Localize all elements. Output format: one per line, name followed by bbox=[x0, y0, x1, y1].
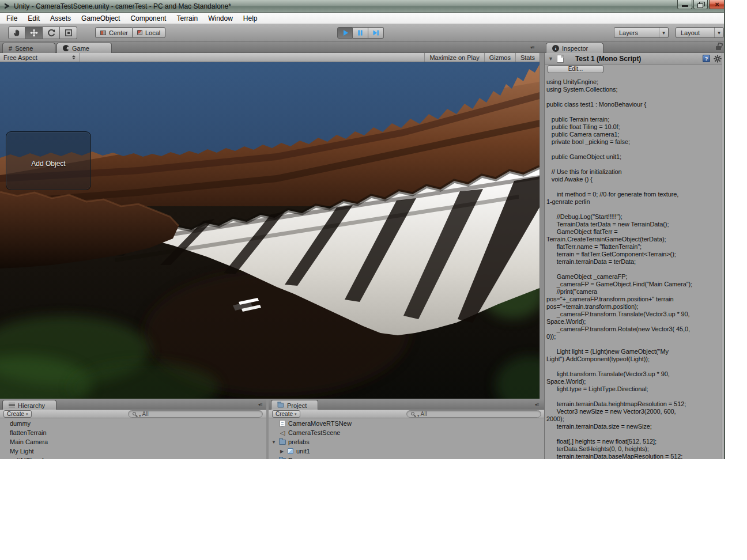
project-row[interactable]: CameraMoveRTSNew bbox=[269, 419, 544, 428]
add-object-button[interactable]: Add Object bbox=[6, 131, 91, 190]
lock-icon[interactable] bbox=[716, 46, 721, 50]
search-filter-arrow-icon bbox=[139, 409, 141, 419]
edit-script-button[interactable]: Edit... bbox=[548, 65, 603, 73]
game-viewport[interactable]: Add Object bbox=[0, 62, 540, 399]
hierarchy-row[interactable]: Main Camera bbox=[0, 437, 266, 447]
terrain-render bbox=[0, 62, 540, 399]
close-button[interactable] bbox=[709, 0, 725, 9]
unity-window: Unity - CameraTestScene.unity - camerTes… bbox=[0, 0, 725, 459]
menu-item[interactable]: Edit bbox=[22, 13, 45, 24]
code-line: Space.World); bbox=[546, 378, 724, 385]
cube-icon bbox=[288, 448, 293, 454]
tab-scene[interactable]: Scene bbox=[2, 43, 55, 53]
expand-arrow-icon[interactable]: ▼ bbox=[271, 440, 277, 445]
unity-icon bbox=[280, 429, 285, 436]
project-row[interactable]: ▼ Resources bbox=[269, 456, 544, 459]
chevron-down-icon bbox=[659, 28, 668, 37]
help-book-icon[interactable] bbox=[703, 55, 710, 62]
project-row[interactable]: CameraTestScene bbox=[269, 428, 544, 437]
folder-icon bbox=[279, 458, 286, 460]
code-line: Space.World); bbox=[546, 318, 724, 326]
vertical-divider[interactable] bbox=[540, 53, 544, 399]
restore-button[interactable] bbox=[693, 0, 708, 9]
hierarchy-row[interactable]: flattenTerrain bbox=[0, 428, 266, 437]
code-line: terrain.terrainData = terData; bbox=[546, 258, 724, 266]
scale-tool-button[interactable] bbox=[60, 27, 77, 39]
project-create-button[interactable]: Create bbox=[272, 410, 300, 418]
hierarchy-row[interactable]: My Light bbox=[0, 447, 266, 456]
project-search-input[interactable]: All bbox=[406, 410, 541, 418]
play-icon bbox=[341, 28, 350, 37]
chevron-down-icon bbox=[714, 28, 723, 37]
pivot-center-button[interactable]: Center bbox=[95, 27, 133, 38]
menu-item[interactable]: Terrain bbox=[171, 13, 203, 24]
panel-menu-icon[interactable] bbox=[530, 45, 534, 50]
hand-icon bbox=[12, 28, 21, 37]
code-line: using UnityEngine; bbox=[546, 78, 724, 86]
project-row[interactable]: ▼ prefabs bbox=[269, 437, 544, 447]
aspect-dropdown[interactable]: Free Aspect bbox=[0, 53, 80, 62]
inspector-component-header[interactable]: ▼ Test 1 (Mono Script) bbox=[544, 53, 725, 65]
rotate-tool-button[interactable] bbox=[43, 27, 60, 39]
foldout-arrow-icon[interactable]: ▼ bbox=[548, 56, 553, 62]
hierarchy-toolbar: Create All bbox=[0, 410, 266, 418]
hierarchy-create-button[interactable]: Create bbox=[3, 410, 32, 418]
project-row[interactable]: ▶ unit1 bbox=[269, 447, 544, 456]
code-line: 1-genrate perlin bbox=[546, 198, 724, 206]
menu-item[interactable]: Window bbox=[203, 13, 238, 24]
gear-icon[interactable] bbox=[714, 55, 722, 63]
code-line: public float Tiling = 10.0f; bbox=[546, 123, 724, 131]
spinner-arrows-icon bbox=[72, 55, 76, 59]
hierarchy-list: dummy flattenTerrain Main Camera My Ligh… bbox=[0, 418, 266, 459]
code-line: 2000); bbox=[546, 415, 724, 423]
hierarchy-row[interactable]: dummy bbox=[0, 419, 266, 428]
code-line: //print("camera bbox=[546, 288, 724, 296]
tab-game[interactable]: Game bbox=[56, 43, 112, 53]
step-icon bbox=[371, 28, 380, 37]
project-panel: Create All CameraMoveRTSNew CameraTestSc… bbox=[269, 399, 544, 459]
expand-arrow-icon[interactable]: ▶ bbox=[279, 449, 285, 454]
move-tool-button[interactable] bbox=[25, 27, 43, 39]
code-line: public Camera camera1; bbox=[546, 131, 724, 138]
pause-button[interactable] bbox=[353, 27, 368, 39]
menu-item[interactable]: Assets bbox=[45, 13, 76, 24]
code-line: GameObject _cameraFP; bbox=[546, 273, 724, 281]
code-line bbox=[546, 146, 724, 153]
game-pacman-icon bbox=[63, 45, 69, 51]
expand-arrow-icon[interactable]: ▼ bbox=[271, 458, 277, 460]
inspector-tab-label: Inspector bbox=[562, 45, 588, 52]
script-source-preview: using UnityEngine;using System.Collectio… bbox=[546, 78, 724, 459]
expand-arrow-icon[interactable]: ▶ bbox=[2, 458, 8, 460]
gizmos-label: Gizmos bbox=[489, 54, 511, 61]
play-button[interactable] bbox=[337, 27, 353, 39]
code-line bbox=[546, 108, 724, 116]
layers-dropdown[interactable]: Layers bbox=[614, 27, 669, 38]
hierarchy-row[interactable]: ▶ unit1(Clone) bbox=[0, 456, 266, 459]
code-line: _cameraFP.transform.Translate(Vector3.up… bbox=[546, 311, 724, 318]
hierarchy-search-input[interactable]: All bbox=[128, 410, 263, 418]
hierarchy-item-label: dummy bbox=[10, 420, 31, 427]
inspector-scrollbar[interactable] bbox=[722, 53, 725, 459]
search-icon bbox=[410, 411, 416, 417]
hierarchy-item-label: unit1(Clone) bbox=[10, 457, 44, 459]
transform-tool-group bbox=[8, 27, 77, 39]
code-line: int method = 0; //0-for generate from te… bbox=[546, 191, 724, 198]
minimize-button[interactable] bbox=[677, 0, 692, 9]
menu-item[interactable]: File bbox=[1, 13, 22, 24]
menu-item[interactable]: Component bbox=[125, 13, 171, 24]
gizmos-button[interactable]: Gizmos bbox=[484, 53, 515, 62]
hand-tool-button[interactable] bbox=[8, 27, 25, 39]
code-line: Vector3 newSize = new Vector3(2000, 600, bbox=[546, 408, 724, 415]
layers-label: Layers bbox=[614, 29, 659, 36]
title-bar[interactable]: Unity - CameraTestScene.unity - camerTes… bbox=[0, 0, 725, 13]
menu-item[interactable]: Help bbox=[238, 13, 263, 24]
project-item-label: CameraMoveRTSNew bbox=[288, 420, 352, 427]
tab-inspector[interactable]: Inspector bbox=[546, 43, 603, 53]
project-item-label: prefabs bbox=[288, 438, 310, 445]
space-local-button[interactable]: Local bbox=[132, 27, 165, 38]
step-button[interactable] bbox=[368, 27, 384, 39]
layout-dropdown[interactable]: Layout bbox=[676, 27, 724, 38]
maximize-on-play-button[interactable]: Maximize on Play bbox=[424, 53, 484, 62]
stats-button[interactable]: Stats bbox=[515, 53, 540, 62]
menu-item[interactable]: GameObject bbox=[76, 13, 125, 24]
